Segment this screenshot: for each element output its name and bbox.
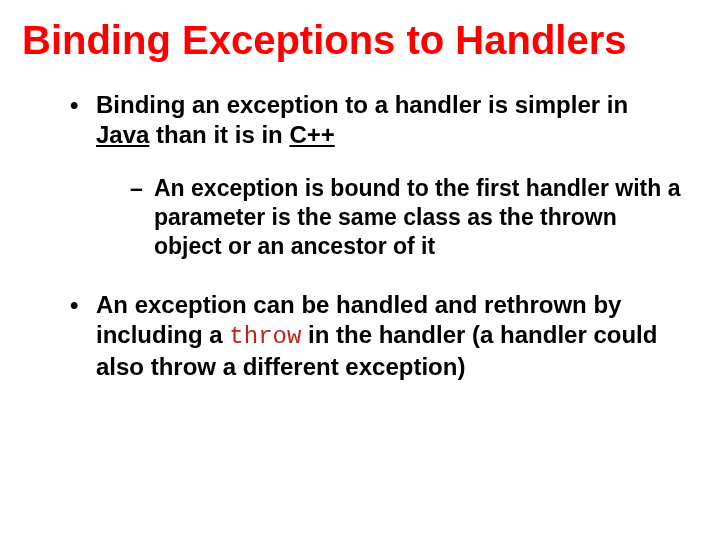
keyword-java: Java: [96, 121, 149, 148]
bullet-1-text-mid: than it is in: [149, 121, 289, 148]
keyword-throw: throw: [229, 323, 301, 350]
sub-bullet-1: An exception is bound to the first handl…: [130, 174, 684, 260]
bullet-1-text-pre: Binding an exception to a handler is sim…: [96, 91, 628, 118]
slide-title: Binding Exceptions to Handlers: [22, 18, 698, 62]
bullet-1: Binding an exception to a handler is sim…: [70, 90, 684, 260]
slide: Binding Exceptions to Handlers Binding a…: [0, 0, 720, 540]
bullet-list: Binding an exception to a handler is sim…: [22, 90, 698, 382]
sub-bullet-list: An exception is bound to the first handl…: [96, 174, 684, 260]
bullet-2: An exception can be handled and rethrown…: [70, 290, 684, 382]
keyword-cpp: C++: [289, 121, 334, 148]
